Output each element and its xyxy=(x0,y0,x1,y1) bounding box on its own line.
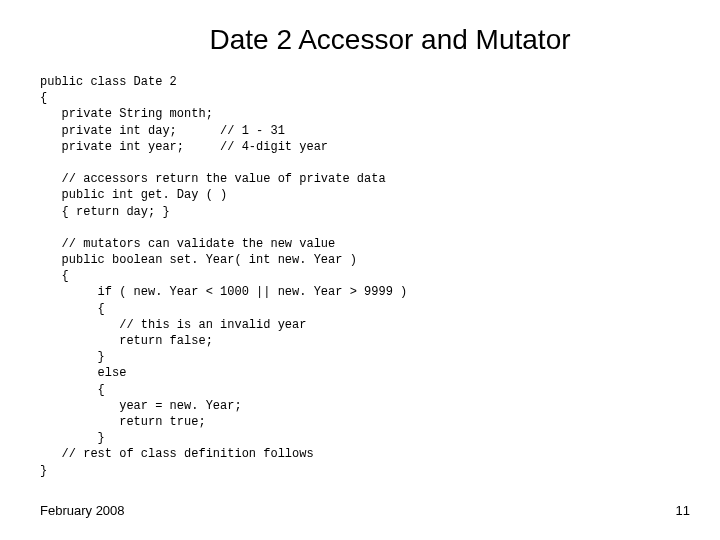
code-block: public class Date 2 { private String mon… xyxy=(0,74,720,479)
footer-page-number: 11 xyxy=(676,503,690,518)
slide-title: Date 2 Accessor and Mutator xyxy=(0,0,720,74)
footer-date: February 2008 xyxy=(40,503,125,518)
